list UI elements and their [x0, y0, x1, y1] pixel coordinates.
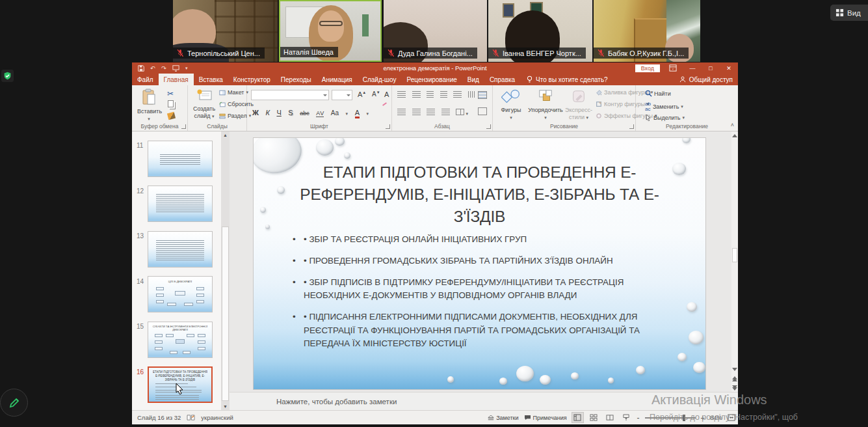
- clear-formatting-icon[interactable]: А: [384, 90, 391, 106]
- arrange-button[interactable]: Упорядочить▾: [527, 89, 564, 122]
- quick-styles-label-2: стили: [569, 114, 585, 120]
- participant-video-3[interactable]: Дуда Галина Богдані...: [384, 0, 487, 62]
- character-spacing-button[interactable]: АV: [316, 110, 324, 117]
- next-slide-button[interactable]: [731, 385, 738, 391]
- find-button[interactable]: Найти: [645, 90, 671, 97]
- tab-animations[interactable]: Анимация: [317, 74, 358, 85]
- justify-icon[interactable]: [441, 109, 450, 115]
- zoom-security-shield-button[interactable]: [1, 70, 14, 82]
- thumbnail-slide-15[interactable]: СУБ'ЄКТИ ТА ІНСТРУМЕНТИ ЕЛЕКТРОННОЇ ДЕМО…: [148, 322, 213, 358]
- tab-help[interactable]: Справка: [484, 74, 520, 85]
- restore-button[interactable]: □: [702, 62, 720, 74]
- cut-icon[interactable]: ✂: [167, 89, 174, 98]
- shrink-font-icon[interactable]: А▼: [372, 90, 380, 98]
- columns-icon[interactable]: [456, 109, 464, 115]
- thumbnail-scrollbar[interactable]: ▲ ▼: [221, 131, 230, 410]
- font-size-combo[interactable]: [332, 90, 352, 100]
- font-dialog-launcher[interactable]: [386, 124, 390, 129]
- bullets-icon[interactable]: [397, 91, 406, 98]
- paragraph-dialog-launcher[interactable]: [486, 124, 491, 129]
- thumbnail-scrollbar-thumb[interactable]: [222, 227, 229, 401]
- thumbnail-slide-14[interactable]: ЦІЛІ Е-ДЕМОКРАТІЇ: [148, 276, 213, 312]
- slideshow-view-button[interactable]: [621, 413, 632, 422]
- zoom-out-button[interactable]: -: [637, 413, 640, 422]
- text-shadow-button[interactable]: S: [288, 109, 293, 117]
- section-button[interactable]: Раздел▾: [219, 113, 251, 119]
- replace-button[interactable]: abacЗаменить▾: [645, 102, 683, 112]
- tell-me-box[interactable]: Что вы хотите сделать?: [527, 76, 608, 83]
- collapse-ribbon-icon[interactable]: ˄: [731, 122, 734, 128]
- text-direction-icon[interactable]: [468, 91, 475, 98]
- slide-thumbnail-panel[interactable]: 11 12 13 14 ЦІЛІ Е-ДЕМОКРАТІЇ 15: [132, 131, 230, 410]
- align-text-icon[interactable]: [478, 107, 487, 115]
- tab-insert[interactable]: Вставка: [194, 74, 228, 85]
- thumbnail-slide-12[interactable]: [148, 186, 213, 222]
- tab-review[interactable]: Рецензирование: [402, 74, 462, 85]
- tab-home[interactable]: Главная: [159, 74, 194, 85]
- tab-slideshow[interactable]: Слайд-шоу: [358, 74, 402, 85]
- tab-transitions[interactable]: Переходы: [276, 74, 317, 85]
- slide-canvas[interactable]: ЕТАПИ ПІДГОТОВКИ ТА ПРОВЕДЕННЯ Е-РЕФЕРЕН…: [254, 138, 705, 389]
- font-name-combo[interactable]: [251, 90, 329, 100]
- participant-video-1[interactable]: Тернопільський Цен...: [173, 0, 278, 62]
- annotate-pencil-button[interactable]: [0, 389, 28, 417]
- copy-icon[interactable]: [168, 100, 174, 107]
- scroll-up-icon[interactable]: ▲: [221, 133, 230, 137]
- line-spacing-icon[interactable]: [453, 91, 462, 98]
- align-right-icon[interactable]: [427, 109, 435, 115]
- convert-smartart-icon[interactable]: [478, 91, 487, 99]
- paste-button[interactable]: Вставить▾: [137, 89, 161, 123]
- tab-view[interactable]: Вид: [462, 74, 484, 85]
- thumbnail-slide-13[interactable]: [148, 231, 213, 268]
- drawing-dialog-launcher[interactable]: [629, 124, 634, 129]
- minimize-button[interactable]: —: [683, 62, 702, 74]
- tab-design[interactable]: Конструктор: [228, 74, 276, 85]
- participant-video-5[interactable]: Бабяк О.Р,Кузик Г.Б.,І...: [594, 0, 700, 62]
- grow-font-icon[interactable]: А▲: [358, 90, 366, 98]
- droplet-decoration: [571, 372, 579, 379]
- strikethrough-button[interactable]: abc: [300, 110, 309, 117]
- notes-toggle[interactable]: Заметки: [488, 415, 518, 421]
- sign-in-button[interactable]: Вход: [635, 64, 660, 72]
- clipboard-dialog-launcher[interactable]: [181, 124, 186, 129]
- language-indicator[interactable]: украинский: [201, 414, 233, 421]
- bold-button[interactable]: Ж: [252, 109, 259, 117]
- numbering-icon[interactable]: [412, 91, 421, 98]
- new-slide-button[interactable]: Создатьслайд ▾: [191, 89, 218, 120]
- comments-toggle[interactable]: Примечания: [524, 415, 567, 421]
- thumbnail-slide-11[interactable]: [148, 141, 213, 177]
- zoom-view-button[interactable]: Вид: [830, 5, 868, 21]
- slide-scrollbar-thumb[interactable]: [732, 248, 737, 262]
- share-button[interactable]: Общий доступ: [679, 76, 733, 83]
- shapes-button[interactable]: Фигуры▾: [497, 89, 525, 122]
- participant-video-2-active-speaker[interactable]: Наталія Шведа: [279, 0, 382, 62]
- ribbon-display-options-icon[interactable]: [669, 64, 677, 72]
- normal-view-button[interactable]: [572, 413, 583, 422]
- slide-sorter-view-button[interactable]: [588, 413, 599, 422]
- italic-button[interactable]: К: [265, 109, 269, 117]
- tab-file[interactable]: Файл: [132, 74, 159, 85]
- reading-view-button[interactable]: [605, 413, 616, 422]
- scroll-down-icon[interactable]: [731, 366, 738, 372]
- participant-video-4[interactable]: Іванна ВЕНГЕР Чортк...: [488, 0, 592, 62]
- font-color-button[interactable]: А: [355, 109, 360, 118]
- close-button[interactable]: ✕: [720, 62, 738, 74]
- increase-indent-icon[interactable]: [440, 91, 447, 98]
- decrease-indent-icon[interactable]: [427, 91, 434, 98]
- select-button[interactable]: Выделить▾: [645, 114, 685, 121]
- underline-button[interactable]: Ч: [276, 109, 281, 117]
- slide-title[interactable]: ЕТАПИ ПІДГОТОВКИ ТА ПРОВЕДЕННЯ Е-РЕФЕРЕН…: [285, 161, 674, 227]
- titlebar[interactable]: ↶ ↷ ▾ електронна демократія - PowerPoint…: [132, 62, 738, 74]
- align-left-icon[interactable]: [397, 109, 406, 115]
- align-center-icon[interactable]: [412, 109, 421, 115]
- quick-styles-button[interactable]: Экспресс-стили ▾: [563, 89, 594, 122]
- scroll-up-icon[interactable]: [732, 134, 737, 137]
- slide-scrollbar[interactable]: [731, 131, 738, 392]
- format-painter-icon[interactable]: [167, 112, 176, 120]
- change-case-button[interactable]: Аа: [331, 109, 339, 117]
- slide-body[interactable]: •• ЗБІР ТА РЕЄСТРАЦІЯ ОНЛАЙН ІНІЦІАТИВНИ…: [293, 233, 677, 359]
- scroll-down-icon[interactable]: ▼: [221, 404, 230, 409]
- layout-button[interactable]: Макет▾: [219, 89, 248, 96]
- spell-check-icon[interactable]: [187, 414, 195, 421]
- previous-slide-button[interactable]: [731, 376, 738, 381]
